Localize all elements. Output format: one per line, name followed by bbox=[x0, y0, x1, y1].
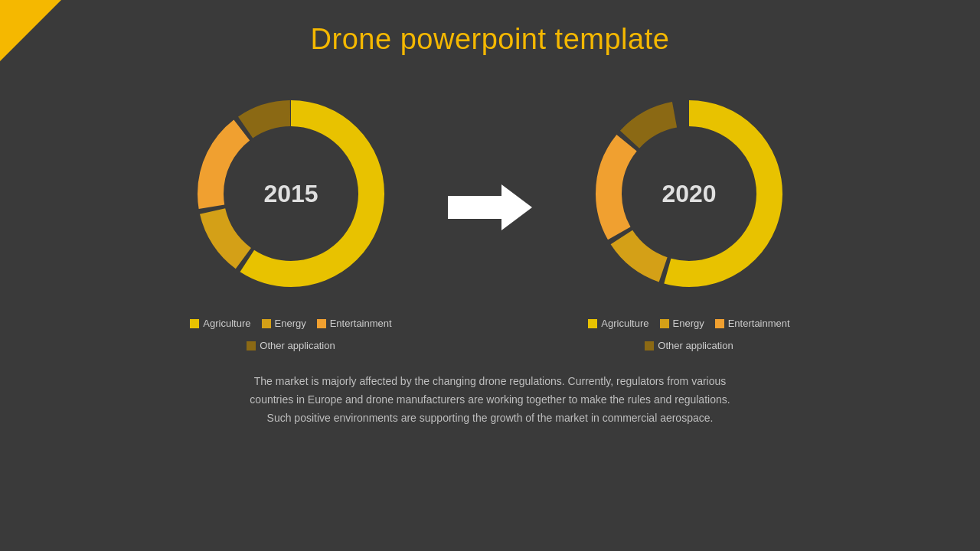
legend-item-entertainment-2020: Entertainment bbox=[715, 318, 790, 329]
legend-color-agriculture bbox=[190, 319, 199, 328]
legend-label-agriculture: Agriculture bbox=[203, 318, 250, 329]
legend-color-entertainment-2020 bbox=[715, 319, 724, 328]
legend-2015: Agriculture Energy Entertainment Other a… bbox=[153, 318, 429, 351]
legend-item-entertainment-2015: Entertainment bbox=[317, 318, 392, 329]
legend-label-other-2020: Other application bbox=[658, 340, 733, 351]
legend-color-entertainment bbox=[317, 319, 326, 328]
legend-item-other-2020: Other application bbox=[645, 340, 733, 351]
donut-chart-2020: 2020 bbox=[582, 86, 796, 301]
legend-label-other: Other application bbox=[260, 340, 335, 351]
legend-label-agriculture-2020: Agriculture bbox=[601, 318, 648, 329]
legend-color-energy-2020 bbox=[660, 319, 669, 328]
legend-item-agriculture-2020: Agriculture bbox=[588, 318, 648, 329]
chart-2020: 2020 Agriculture Energy Entertainment Ot… bbox=[544, 86, 835, 351]
legend-item-energy-2020: Energy bbox=[660, 318, 704, 329]
page-title: Drone powerpoint template bbox=[0, 0, 980, 56]
legend-color-agriculture-2020 bbox=[588, 319, 597, 328]
legend-label-entertainment: Entertainment bbox=[330, 318, 392, 329]
legend-item-agriculture-2015: Agriculture bbox=[190, 318, 250, 329]
bottom-description: The market is majorly affected by the ch… bbox=[222, 373, 758, 427]
chart-2015-label: 2015 bbox=[263, 180, 318, 208]
arrow-icon bbox=[448, 181, 532, 234]
legend-label-energy-2020: Energy bbox=[673, 318, 704, 329]
legend-label-entertainment-2020: Entertainment bbox=[728, 318, 790, 329]
legend-2020: Agriculture Energy Entertainment Other a… bbox=[551, 318, 827, 351]
corner-decoration bbox=[0, 0, 61, 61]
legend-color-other bbox=[247, 341, 256, 350]
legend-label-energy: Energy bbox=[275, 318, 306, 329]
chart-2020-label: 2020 bbox=[662, 180, 716, 208]
donut-chart-2015: 2015 bbox=[184, 86, 398, 301]
main-content: 2015 Agriculture Energy Entertainment Ot… bbox=[0, 86, 980, 351]
legend-item-other-2015: Other application bbox=[247, 340, 335, 351]
svg-marker-0 bbox=[448, 184, 532, 230]
arrow-container bbox=[436, 181, 544, 234]
legend-color-energy bbox=[262, 319, 271, 328]
legend-item-energy-2015: Energy bbox=[262, 318, 306, 329]
chart-2015: 2015 Agriculture Energy Entertainment Ot… bbox=[145, 86, 436, 351]
legend-color-other-2020 bbox=[645, 341, 654, 350]
